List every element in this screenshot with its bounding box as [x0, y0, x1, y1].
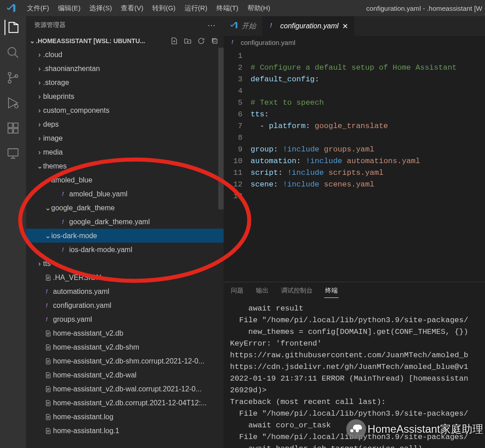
title-bar: 文件(F)编辑(E)选择(S)查看(V)转到(G)运行(R)终端(T)帮助(H)…: [0, 0, 485, 16]
tree-folder[interactable]: ›blueprints: [26, 89, 224, 103]
tree-item-label: media: [43, 148, 63, 156]
remote-explorer-icon[interactable]: [5, 146, 21, 161]
text-file-icon: [43, 413, 53, 421]
tree-file[interactable]: home-assistant.log: [26, 410, 224, 424]
yaml-file-icon: !: [43, 288, 53, 295]
new-folder-icon[interactable]: [183, 36, 192, 45]
chevron-right-icon: ›: [36, 93, 43, 101]
window-title: configuration.yaml - .homeassistant [W: [275, 4, 485, 12]
menu-item[interactable]: 选择(S): [85, 0, 116, 16]
svg-text:!: !: [62, 218, 64, 225]
tree-file[interactable]: home-assistant_v2.db-shm: [26, 340, 224, 354]
watermark-text: HomeAssistant家庭助理: [368, 422, 483, 436]
tree-file[interactable]: home-assistant_v2.db-wal: [26, 368, 224, 382]
panel-tab[interactable]: 调试控制台: [280, 284, 313, 297]
tree-item-label: .storage: [43, 79, 69, 87]
vscode-logo-icon: [0, 3, 22, 13]
tree-folder[interactable]: ⌄google_dark_theme: [26, 201, 224, 215]
tree-item-label: google_dark_theme.yaml: [69, 218, 150, 226]
tree-folder[interactable]: ›custom_components: [26, 103, 224, 117]
tree-file[interactable]: .HA_VERSION: [26, 271, 224, 284]
svg-point-0: [8, 48, 16, 56]
panel-tab[interactable]: 问题: [230, 284, 244, 297]
sidebar-more-icon[interactable]: ⋯: [207, 20, 216, 30]
tree-folder[interactable]: ⌄amoled_blue: [26, 173, 224, 187]
tree-folder[interactable]: ›.cloud: [26, 48, 224, 62]
extensions-icon[interactable]: [5, 120, 21, 136]
tree-item-label: home-assistant.log: [53, 413, 113, 421]
panel-tab[interactable]: 输出: [255, 284, 269, 297]
scrollbar-thumb[interactable]: [218, 48, 224, 209]
tree-folder[interactable]: ⌄ios-dark-mode: [26, 229, 224, 243]
chevron-right-icon: ›: [36, 148, 43, 156]
editor-tab[interactable]: 开始: [224, 16, 262, 36]
panel-tab[interactable]: 终端: [324, 284, 339, 298]
menu-item[interactable]: 运行(R): [180, 0, 212, 16]
source-control-icon[interactable]: [5, 70, 21, 85]
tree-file[interactable]: !configuration.yaml: [26, 298, 224, 312]
tree-item-label: deps: [43, 120, 59, 129]
collapse-all-icon[interactable]: [210, 36, 219, 45]
menu-item[interactable]: 帮助(H): [243, 0, 275, 16]
tree-item-label: ios-dark-mode.yaml: [69, 246, 132, 254]
tree-item-label: configuration.yaml: [53, 302, 111, 310]
tree-folder[interactable]: ›.storage: [26, 75, 224, 89]
breadcrumbs[interactable]: ! configuration.yaml: [224, 36, 485, 49]
explorer-icon[interactable]: [4, 20, 21, 35]
tree-file[interactable]: !google_dark_theme.yaml: [26, 215, 224, 229]
search-icon[interactable]: [5, 45, 21, 60]
tree-file[interactable]: !ios-dark-mode.yaml: [26, 243, 224, 257]
close-icon[interactable]: ✕: [342, 22, 348, 31]
svg-text:!: !: [231, 39, 234, 45]
tree-folder[interactable]: ⌄themes: [26, 159, 224, 173]
explorer-section-header[interactable]: ⌄ .HOMEASSISTANT [WSL: UBUNTU...: [26, 34, 224, 48]
tree-file[interactable]: home-assistant_v2.db-shm.corrupt.2021-12…: [26, 354, 224, 368]
tab-icon: !: [269, 21, 277, 31]
chevron-right-icon: ›: [36, 51, 43, 59]
tree-file[interactable]: home-assistant_v2.db: [26, 326, 224, 340]
tree-folder[interactable]: ›image: [26, 131, 224, 145]
tree-file[interactable]: !amoled_blue.yaml: [26, 187, 224, 201]
menu-item[interactable]: 终端(T): [212, 0, 243, 16]
tree-file[interactable]: !automations.yaml: [26, 284, 224, 298]
text-file-icon: [43, 344, 53, 351]
menu-item[interactable]: 编辑(E): [53, 0, 85, 16]
tree-item-label: blueprints: [43, 93, 74, 101]
tab-label: configuration.yaml: [280, 22, 339, 30]
refresh-icon[interactable]: [197, 36, 206, 45]
run-debug-icon[interactable]: [5, 95, 21, 111]
tree-folder[interactable]: ›media: [26, 145, 224, 159]
menu-item[interactable]: 转到(G): [148, 0, 180, 16]
tree-folder[interactable]: ›.shaonianzhentan: [26, 62, 224, 75]
tree-file[interactable]: !groups.yaml: [26, 312, 224, 326]
tree-file[interactable]: home-assistant_v2.db-wal.corrupt.2021-12…: [26, 382, 224, 396]
tree-item-label: home-assistant_v2.db-shm.corrupt.2021-12…: [53, 357, 204, 365]
tree-item-label: amoled_blue.yaml: [69, 190, 128, 198]
yaml-file-icon: !: [43, 302, 53, 309]
tree-item-label: groups.yaml: [53, 315, 92, 324]
tree-file[interactable]: home-assistant_v2.db.corrupt.2021-12-04T…: [26, 396, 224, 410]
tree-item-label: home-assistant_v2.db: [53, 329, 123, 337]
sidebar-title: 资源管理器: [34, 21, 66, 29]
code-editor[interactable]: 12345678910111213 # Configure a default …: [224, 49, 485, 282]
tree-file[interactable]: home-assistant.log.1: [26, 424, 224, 438]
svg-text:!: !: [270, 21, 272, 29]
new-file-icon[interactable]: [170, 36, 179, 45]
line-numbers: 12345678910111213: [224, 49, 251, 282]
tree-item-label: home-assistant_v2.db-shm: [53, 343, 139, 351]
text-file-icon: [43, 427, 53, 435]
chevron-down-icon: ⌄: [29, 37, 36, 44]
tree-folder[interactable]: ›deps: [26, 117, 224, 131]
tree-item-label: home-assistant_v2.db-wal: [53, 371, 137, 379]
tree-folder[interactable]: ›tts: [26, 257, 224, 271]
tree-item-label: tts: [43, 260, 51, 268]
tree-item-label: custom_components: [43, 106, 110, 115]
svg-text:!: !: [46, 288, 48, 295]
tab-label: 开始: [242, 22, 256, 31]
menu-item[interactable]: 文件(F): [22, 0, 53, 16]
menu-item[interactable]: 查看(V): [116, 0, 148, 16]
chevron-right-icon: ›: [36, 260, 43, 268]
editor-tab[interactable]: !configuration.yaml✕: [262, 16, 354, 36]
chevron-right-icon: ›: [36, 106, 43, 115]
chevron-down-icon: ⌄: [44, 231, 51, 240]
